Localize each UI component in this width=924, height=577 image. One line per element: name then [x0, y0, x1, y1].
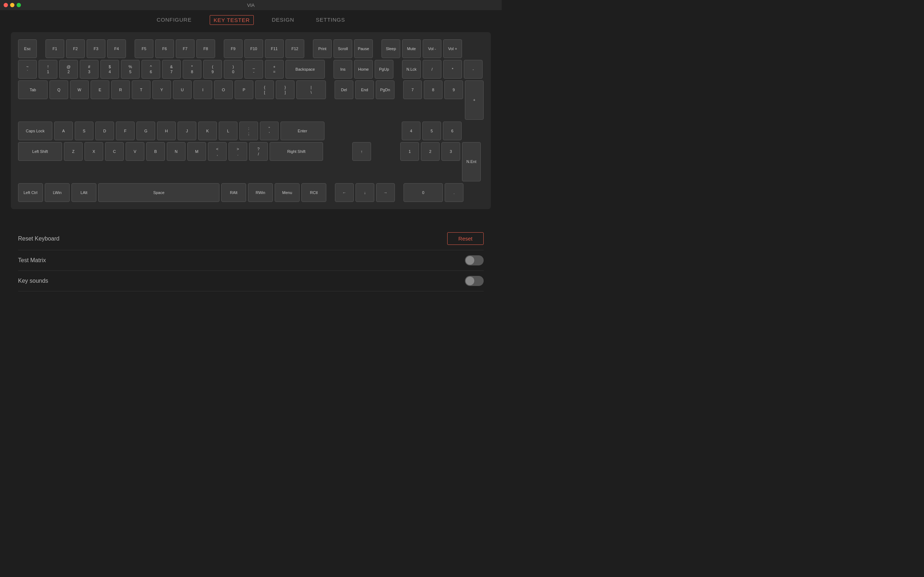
key-f7[interactable]: F7	[176, 39, 195, 58]
key-t[interactable]: T	[132, 81, 150, 99]
key-w[interactable]: W	[70, 81, 89, 99]
key-sleep[interactable]: Sleep	[381, 39, 400, 58]
key-d[interactable]: D	[95, 121, 114, 140]
key-2[interactable]: @2	[59, 60, 78, 79]
key-0[interactable]: )0	[224, 60, 242, 79]
key-numstar[interactable]: *	[443, 60, 462, 79]
key-semicolon[interactable]: :;	[239, 121, 258, 140]
key-equals[interactable]: +=	[265, 60, 284, 79]
key-slash[interactable]: ?/	[249, 142, 268, 161]
key-l[interactable]: L	[219, 121, 237, 140]
key-left[interactable]: ←	[335, 183, 354, 202]
key-vol-up[interactable]: Vol +	[443, 39, 462, 58]
key-comma[interactable]: <,	[208, 142, 227, 161]
key-backslash[interactable]: |\	[296, 81, 326, 99]
key-period[interactable]: >.	[228, 142, 247, 161]
key-home[interactable]: Home	[354, 60, 373, 79]
key-rctl[interactable]: RCtl	[301, 183, 326, 202]
key-numdot[interactable]: .	[445, 183, 464, 202]
key-s[interactable]: S	[75, 121, 94, 140]
key-num2[interactable]: 2	[421, 142, 439, 161]
tab-configure[interactable]: CONFIGURE	[153, 15, 195, 25]
key-f3[interactable]: F3	[87, 39, 105, 58]
key-up[interactable]: ↑	[352, 142, 371, 161]
reset-button[interactable]: Reset	[447, 232, 484, 245]
key-f6[interactable]: F6	[155, 39, 174, 58]
key-q[interactable]: Q	[50, 81, 68, 99]
key-m[interactable]: M	[187, 142, 206, 161]
key-end[interactable]: End	[355, 81, 374, 99]
minimize-button[interactable]	[10, 3, 15, 7]
key-r[interactable]: R	[111, 81, 130, 99]
close-button[interactable]	[3, 3, 8, 7]
tab-key-tester[interactable]: KEY TESTER	[210, 15, 254, 25]
key-8[interactable]: *8	[183, 60, 201, 79]
key-a[interactable]: A	[54, 121, 73, 140]
test-matrix-toggle[interactable]	[465, 255, 484, 266]
key-capslock[interactable]: Caps Lock	[18, 121, 52, 140]
key-rwin[interactable]: RWin	[248, 183, 273, 202]
key-menu[interactable]: Menu	[275, 183, 300, 202]
key-num0[interactable]: 0	[404, 183, 443, 202]
key-num1[interactable]: 1	[400, 142, 419, 161]
key-3[interactable]: #3	[80, 60, 99, 79]
key-mute[interactable]: Mute	[402, 39, 421, 58]
key-f10[interactable]: F10	[244, 39, 263, 58]
key-p[interactable]: P	[234, 81, 254, 99]
key-o[interactable]: O	[214, 81, 233, 99]
key-u[interactable]: U	[173, 81, 192, 99]
key-space[interactable]: Space	[98, 183, 220, 202]
key-num5[interactable]: 5	[422, 121, 441, 140]
key-print[interactable]: Print	[313, 39, 332, 58]
key-1[interactable]: !1	[39, 60, 57, 79]
key-num4[interactable]: 4	[402, 121, 420, 140]
key-e[interactable]: E	[90, 81, 109, 99]
key-f[interactable]: F	[116, 121, 135, 140]
key-f8[interactable]: F8	[196, 39, 215, 58]
key-tab[interactable]: Tab	[18, 81, 48, 99]
key-right-shift[interactable]: Right Shift	[270, 142, 323, 161]
key-f9[interactable]: F9	[224, 39, 242, 58]
key-backspace[interactable]: Backspace	[286, 60, 325, 79]
key-ins[interactable]: Ins	[333, 60, 352, 79]
key-ralt[interactable]: RAlt	[221, 183, 246, 202]
key-g[interactable]: G	[136, 121, 155, 140]
key-f4[interactable]: F4	[107, 39, 126, 58]
key-sounds-toggle[interactable]	[465, 276, 484, 286]
key-numminus[interactable]: -	[464, 60, 483, 79]
key-minus[interactable]: _-	[244, 60, 263, 79]
key-tilde[interactable]: ~`	[18, 60, 37, 79]
key-lbracket[interactable]: {[	[255, 81, 274, 99]
key-lalt[interactable]: LAlt	[71, 183, 96, 202]
key-9[interactable]: (9	[203, 60, 222, 79]
key-num7[interactable]: 7	[403, 81, 422, 99]
key-num8[interactable]: 8	[424, 81, 443, 99]
key-nument[interactable]: N.Ent	[462, 142, 481, 181]
key-enter[interactable]: Enter	[281, 121, 325, 140]
key-i[interactable]: I	[194, 81, 212, 99]
key-c[interactable]: C	[105, 142, 124, 161]
key-4[interactable]: $4	[100, 60, 119, 79]
key-pause[interactable]: Pause	[354, 39, 373, 58]
key-left-ctrl[interactable]: Left Ctrl	[18, 183, 43, 202]
key-quote[interactable]: "'	[260, 121, 279, 140]
key-lwin[interactable]: LWin	[45, 183, 69, 202]
key-b[interactable]: B	[146, 142, 165, 161]
tab-settings[interactable]: SETTINGS	[312, 15, 349, 25]
key-num9[interactable]: 9	[444, 81, 463, 99]
key-k[interactable]: K	[198, 121, 217, 140]
key-f12[interactable]: F12	[286, 39, 304, 58]
key-numplus[interactable]: +	[465, 81, 484, 120]
key-num6[interactable]: 6	[443, 121, 462, 140]
key-6[interactable]: ^6	[142, 60, 160, 79]
key-j[interactable]: J	[178, 121, 196, 140]
key-left-shift[interactable]: Left Shift	[18, 142, 62, 161]
key-esc[interactable]: Esc	[18, 39, 37, 58]
key-pgdn[interactable]: PgDn	[376, 81, 394, 99]
key-scroll[interactable]: Scroll	[333, 39, 352, 58]
key-f11[interactable]: F11	[265, 39, 284, 58]
key-numlck[interactable]: N.Lck	[402, 60, 421, 79]
tab-design[interactable]: DESIGN	[268, 15, 298, 25]
key-7[interactable]: &7	[162, 60, 181, 79]
key-rbracket[interactable]: }]	[276, 81, 294, 99]
